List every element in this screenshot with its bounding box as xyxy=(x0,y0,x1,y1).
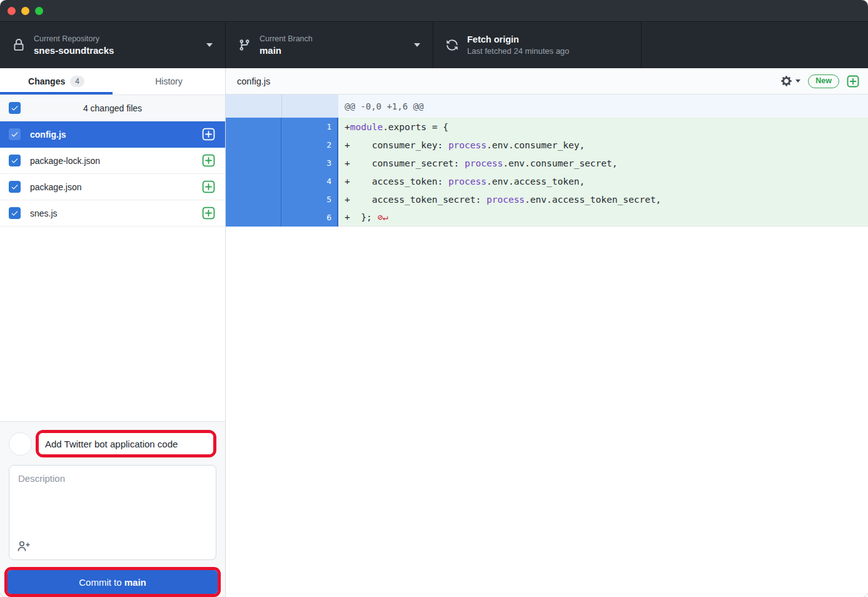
changed-files-list: config.js package-lock.json package.json… xyxy=(0,121,225,227)
new-line-number: 1 xyxy=(281,118,337,136)
old-line-number xyxy=(226,118,281,136)
commit-description-box xyxy=(9,465,216,560)
diff-line[interactable]: 2 + consumer_key: process.env.consumer_k… xyxy=(226,136,868,154)
new-line-number: 5 xyxy=(281,190,337,208)
select-all-checkbox[interactable] xyxy=(9,102,21,114)
sidebar: Changes 4 History 4 changed files config… xyxy=(0,68,226,597)
close-window-button[interactable] xyxy=(8,7,16,15)
sync-icon xyxy=(446,39,458,51)
diff-line[interactable]: 6 + }; ⊘↵ xyxy=(226,208,868,227)
file-row[interactable]: package.json xyxy=(0,174,225,200)
diff-header: config.js New xyxy=(226,68,868,94)
chevron-down-icon xyxy=(795,79,800,83)
added-status-icon xyxy=(202,154,215,167)
added-status-icon xyxy=(202,180,215,193)
checkbox-check-icon xyxy=(11,104,19,112)
diff-options-button[interactable] xyxy=(780,75,800,87)
person-add-icon[interactable] xyxy=(17,539,31,553)
annotation-highlight-commit: Commit to main xyxy=(4,567,221,597)
repository-label: Current Repository xyxy=(34,34,200,43)
plus-square-icon xyxy=(847,75,859,88)
commit-description-input[interactable] xyxy=(9,466,216,536)
diff-view: @@ -0,0 +1,6 @@ 1 +module.exports = { 2 … xyxy=(226,94,868,597)
current-repository-selector[interactable]: Current Repository snes-soundtracks xyxy=(0,22,226,68)
tab-changes-label: Changes xyxy=(28,76,65,86)
fetch-title: Fetch origin xyxy=(467,34,628,44)
commit-summary-input[interactable] xyxy=(39,433,213,454)
toolbar-empty-area xyxy=(642,22,868,68)
new-line-number: 6 xyxy=(281,208,337,227)
file-row[interactable]: package-lock.json xyxy=(0,148,225,174)
diff-line[interactable]: 5 + access_token_secret: process.env.acc… xyxy=(226,190,868,208)
commit-panel: Commit to main xyxy=(0,421,225,597)
added-status-icon xyxy=(202,207,215,220)
sidebar-tabs: Changes 4 History xyxy=(0,68,225,95)
diff-line-gutter[interactable]: 1 xyxy=(226,118,338,136)
file-list-empty-space xyxy=(0,227,225,421)
commit-button-label: Commit to xyxy=(79,577,124,588)
diff-line-gutter[interactable]: 6 xyxy=(226,208,338,227)
chevron-down-icon xyxy=(206,43,213,47)
avatar xyxy=(9,432,32,456)
added-status-icon xyxy=(202,128,215,141)
diff-line-gutter[interactable]: 3 xyxy=(226,154,338,172)
diff-pane: config.js New @@ -0,0 +1,6 @@ xyxy=(226,68,868,597)
old-line-number xyxy=(226,154,281,172)
diff-line[interactable]: 4 + access_token: process.env.access_tok… xyxy=(226,172,868,190)
diff-empty-space xyxy=(226,227,868,596)
file-include-checkbox[interactable] xyxy=(9,155,21,166)
old-line-number xyxy=(226,136,281,154)
current-branch-selector[interactable]: Current Branch main xyxy=(226,22,433,68)
diff-line-code: + }; ⊘↵ xyxy=(338,208,868,227)
diff-line-gutter[interactable]: 5 xyxy=(226,190,338,208)
fetch-subtitle: Last fetched 24 minutes ago xyxy=(467,46,628,56)
hunk-header-row[interactable]: @@ -0,0 +1,6 @@ xyxy=(226,94,868,118)
branch-name: main xyxy=(260,45,408,56)
tab-history-label: History xyxy=(155,76,183,86)
diff-file-title: config.js xyxy=(237,76,780,86)
diff-line-code: + access_token_secret: process.env.acces… xyxy=(338,190,868,208)
diff-line-code: +module.exports = { xyxy=(338,118,868,136)
diff-line-code: + access_token: process.env.access_token… xyxy=(338,172,868,190)
diff-line[interactable]: 3 + consumer_secret: process.env.consume… xyxy=(226,154,868,172)
file-name: package-lock.json xyxy=(30,156,193,166)
file-status-badge: New xyxy=(808,74,839,88)
file-row[interactable]: config.js xyxy=(0,121,225,148)
minimize-window-button[interactable] xyxy=(21,7,29,15)
branch-label: Current Branch xyxy=(260,34,408,43)
toolbar: Current Repository snes-soundtracks Curr… xyxy=(0,22,868,68)
hunk-gutter xyxy=(226,94,338,118)
chevron-down-icon xyxy=(414,43,420,47)
file-name: config.js xyxy=(30,130,193,140)
file-include-checkbox[interactable] xyxy=(9,207,21,219)
fetch-origin-button[interactable]: Fetch origin Last fetched 24 minutes ago xyxy=(433,22,642,68)
lock-icon xyxy=(13,39,25,51)
repository-name: snes-soundtracks xyxy=(34,45,200,56)
diff-line-gutter[interactable]: 4 xyxy=(226,172,338,190)
old-line-number xyxy=(226,208,281,227)
diff-line-gutter[interactable]: 2 xyxy=(226,136,338,154)
commit-button[interactable]: Commit to main xyxy=(8,570,218,594)
zoom-window-button[interactable] xyxy=(35,7,43,15)
new-line-number: 4 xyxy=(281,172,337,190)
checkbox-check-icon xyxy=(11,156,19,165)
diff-line-code: + consumer_secret: process.env.consumer_… xyxy=(338,154,868,172)
new-line-number: 3 xyxy=(281,154,337,172)
changes-count-badge: 4 xyxy=(70,76,84,87)
old-line-number xyxy=(226,190,281,208)
hunk-header-text: @@ -0,0 +1,6 @@ xyxy=(338,94,868,118)
old-line-number xyxy=(226,172,281,190)
tab-changes[interactable]: Changes 4 xyxy=(0,68,113,94)
diff-line[interactable]: 1 +module.exports = { xyxy=(226,118,868,136)
file-name: package.json xyxy=(30,182,193,192)
checkbox-check-icon xyxy=(11,130,19,138)
checkbox-check-icon xyxy=(11,209,19,217)
file-include-checkbox[interactable] xyxy=(9,128,21,140)
annotation-highlight-summary xyxy=(36,430,216,457)
new-line-number: 2 xyxy=(281,136,337,154)
tab-history[interactable]: History xyxy=(113,68,225,94)
file-row[interactable]: snes.js xyxy=(0,200,225,227)
file-include-checkbox[interactable] xyxy=(9,181,21,193)
titlebar xyxy=(0,0,868,22)
app-window: Current Repository snes-soundtracks Curr… xyxy=(0,0,868,597)
